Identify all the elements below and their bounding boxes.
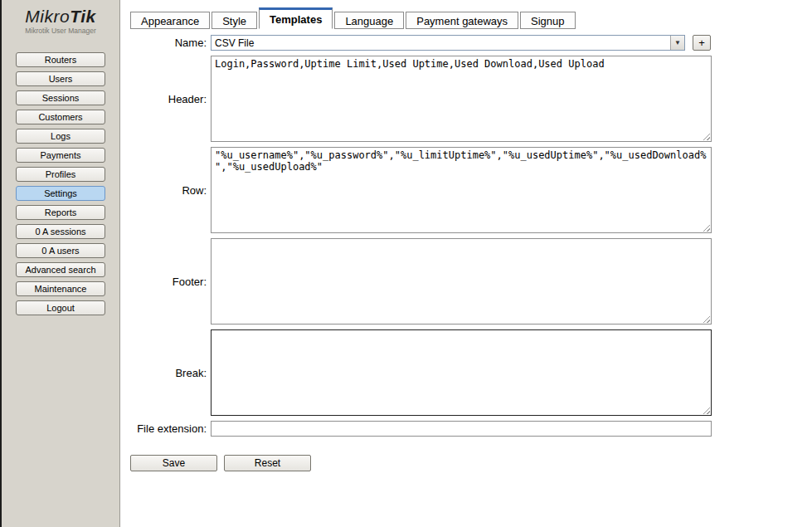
footer-label: Footer: xyxy=(130,276,211,288)
form-actions: Save Reset xyxy=(130,455,812,471)
sidebar-item-customers[interactable]: Customers xyxy=(16,110,105,124)
name-label: Name: xyxy=(130,37,211,49)
logo-title-mikro: Mikro xyxy=(25,7,70,26)
sidebar-item-users[interactable]: Users xyxy=(16,71,105,86)
mikrotik-logo: MikroTik Mikrotik User Manager xyxy=(2,0,119,35)
sidebar-item-advanced-search[interactable]: Advanced search xyxy=(16,262,105,277)
sidebar-item-logout[interactable]: Logout xyxy=(16,300,105,315)
header-textarea[interactable]: Login,Password,Uptime Limit,Used Uptime,… xyxy=(211,56,712,142)
footer-row: Footer: xyxy=(130,238,812,324)
sidebar-nav: Routers Users Sessions Customers Logs Pa… xyxy=(2,52,119,315)
sidebar-item-reports[interactable]: Reports xyxy=(16,205,105,220)
sidebar-item-settings[interactable]: Settings xyxy=(16,186,105,201)
sidebar-item-active-sessions[interactable]: 0 A sessions xyxy=(16,224,105,239)
main-content: Appearance Style Templates Language Paym… xyxy=(120,0,812,527)
chevron-down-icon[interactable]: ▼ xyxy=(670,36,684,50)
logo-title: MikroTik xyxy=(2,7,119,26)
name-select-value: CSV File xyxy=(212,37,670,49)
logo-subtitle: Mikrotik User Manager xyxy=(2,27,119,35)
header-label: Header: xyxy=(130,93,211,105)
break-textarea[interactable] xyxy=(211,329,712,416)
tab-signup[interactable]: Signup xyxy=(520,12,575,29)
sidebar-item-profiles[interactable]: Profiles xyxy=(16,167,105,182)
name-select[interactable]: CSV File ▼ xyxy=(211,35,685,51)
tab-templates[interactable]: Templates xyxy=(259,7,333,29)
logo-title-tik: Tik xyxy=(70,7,95,26)
row-label: Row: xyxy=(130,184,211,197)
sidebar-item-active-users[interactable]: 0 A users xyxy=(16,243,105,258)
sidebar-item-logs[interactable]: Logs xyxy=(16,129,105,144)
break-row: Break: xyxy=(130,329,812,416)
sidebar-item-payments[interactable]: Payments xyxy=(16,148,105,163)
template-form: Name: CSV File ▼ + Header: Login,Passwor… xyxy=(130,35,812,471)
break-label: Break: xyxy=(130,367,211,379)
footer-textarea[interactable] xyxy=(211,238,712,324)
user-manager-window: MikroTik Mikrotik User Manager Routers U… xyxy=(0,0,812,527)
tab-bar: Appearance Style Templates Language Paym… xyxy=(130,7,812,29)
sidebar: MikroTik Mikrotik User Manager Routers U… xyxy=(2,0,120,527)
tab-appearance[interactable]: Appearance xyxy=(130,12,210,29)
save-button[interactable]: Save xyxy=(130,455,217,471)
name-row: Name: CSV File ▼ + xyxy=(130,35,812,51)
sidebar-item-routers[interactable]: Routers xyxy=(16,52,105,67)
sidebar-item-sessions[interactable]: Sessions xyxy=(16,90,105,105)
row-row: Row: "%u_username%","%u_password%","%u_l… xyxy=(130,147,812,233)
reset-button[interactable]: Reset xyxy=(224,455,311,471)
file-extension-input[interactable] xyxy=(211,421,712,437)
file-extension-label: File extension: xyxy=(130,422,211,435)
tab-language[interactable]: Language xyxy=(334,12,404,29)
file-extension-row: File extension: xyxy=(130,421,812,437)
header-row: Header: Login,Password,Uptime Limit,Used… xyxy=(130,56,812,142)
add-template-button[interactable]: + xyxy=(693,35,711,51)
tab-payment-gateways[interactable]: Payment gateways xyxy=(406,12,518,29)
sidebar-item-maintenance[interactable]: Maintenance xyxy=(16,281,105,296)
row-textarea[interactable]: "%u_username%","%u_password%","%u_limitU… xyxy=(211,147,712,233)
tab-style[interactable]: Style xyxy=(212,12,257,29)
